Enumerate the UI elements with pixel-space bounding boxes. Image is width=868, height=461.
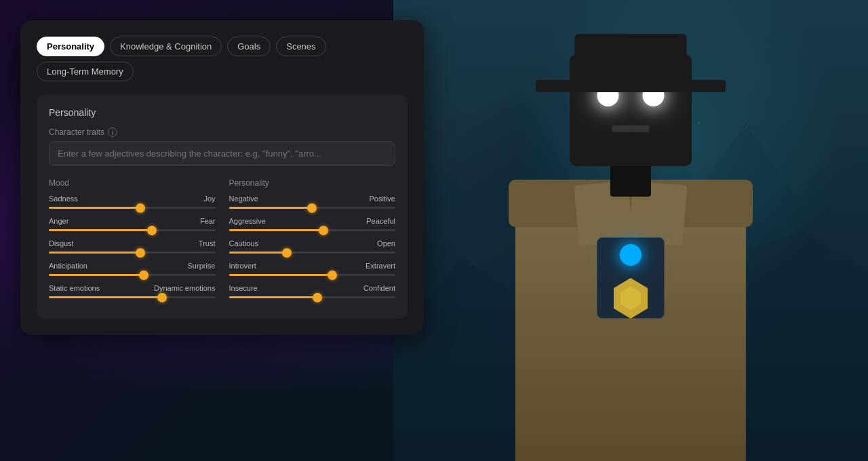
negative-label: Negative — [229, 195, 258, 203]
personality-section: Personality Character traits i Mood Sadn… — [37, 95, 408, 319]
negative-positive-track[interactable] — [229, 207, 396, 209]
static-dynamic-slider: Static emotions Dynamic emotions — [49, 284, 216, 298]
cautious-label: Cautious — [229, 239, 258, 247]
cautious-open-slider: Cautious Open — [229, 239, 396, 254]
sliders-container: Mood Sadness Joy Anger — [49, 178, 395, 306]
anticipation-surprise-track[interactable] — [49, 274, 216, 276]
robot-hat-crown — [575, 34, 687, 83]
tab-long-term-memory[interactable]: Long-Term Memory — [37, 62, 134, 81]
anger-fear-track[interactable] — [49, 229, 216, 231]
tab-knowledge-cognition[interactable]: Knowledge & Cognition — [110, 37, 222, 56]
sadness-joy-slider: Sadness Joy — [49, 195, 216, 209]
robot-mouth — [612, 125, 650, 132]
peaceful-label: Peaceful — [366, 217, 395, 225]
disgust-trust-track[interactable] — [49, 252, 216, 254]
personality-column: Personality Negative Positive Aggres — [229, 178, 396, 306]
surprise-label: Surprise — [188, 262, 216, 270]
anger-fear-slider: Anger Fear — [49, 217, 216, 231]
info-icon: i — [108, 127, 117, 137]
sadness-label: Sadness — [49, 195, 78, 203]
robot-figure — [393, 0, 868, 461]
fear-label: Fear — [200, 217, 216, 225]
robot-chest-light — [620, 244, 642, 266]
anger-label: Anger — [49, 217, 68, 225]
anticipation-label: Anticipation — [49, 262, 87, 270]
negative-positive-slider: Negative Positive — [229, 195, 396, 209]
char-traits-input[interactable] — [49, 141, 395, 166]
section-title: Personality — [49, 107, 395, 118]
introvert-extravert-slider: Introvert Extravert — [229, 262, 396, 276]
disgust-label: Disgust — [49, 239, 74, 247]
confident-label: Confident — [363, 284, 395, 292]
tab-personality[interactable]: Personality — [37, 37, 104, 56]
static-dynamic-track[interactable] — [49, 296, 216, 298]
insecure-confident-slider: Insecure Confident — [229, 284, 396, 298]
mood-column: Mood Sadness Joy Anger — [49, 178, 216, 306]
aggressive-peaceful-slider: Aggressive Peaceful — [229, 217, 396, 231]
char-traits-label: Character traits i — [49, 127, 395, 137]
introvert-extravert-track[interactable] — [229, 274, 396, 276]
sadness-joy-track[interactable] — [49, 207, 216, 209]
mood-group-title: Mood — [49, 178, 216, 188]
insecure-label: Insecure — [229, 284, 258, 292]
svg-rect-4 — [698, 122, 700, 124]
aggressive-peaceful-track[interactable] — [229, 229, 396, 231]
dynamic-emotions-label: Dynamic emotions — [154, 284, 215, 292]
tab-scenes[interactable]: Scenes — [276, 37, 326, 56]
aggressive-label: Aggressive — [229, 217, 266, 225]
extravert-label: Extravert — [366, 262, 395, 270]
svg-rect-5 — [746, 125, 747, 127]
open-label: Open — [377, 239, 395, 247]
static-emotions-label: Static emotions — [49, 284, 100, 292]
disgust-trust-slider: Disgust Trust — [49, 239, 216, 254]
insecure-confident-track[interactable] — [229, 296, 396, 298]
anticipation-surprise-slider: Anticipation Surprise — [49, 262, 216, 276]
tabs-container: Personality Knowledge & Cognition Goals … — [37, 37, 408, 81]
tab-goals[interactable]: Goals — [227, 37, 271, 56]
joy-label: Joy — [203, 195, 215, 203]
trust-label: Trust — [199, 239, 216, 247]
cautious-open-track[interactable] — [229, 252, 396, 254]
personality-group-title: Personality — [229, 178, 396, 188]
positive-label: Positive — [369, 195, 395, 203]
introvert-label: Introvert — [229, 262, 256, 270]
main-panel: Personality Knowledge & Cognition Goals … — [20, 20, 424, 335]
